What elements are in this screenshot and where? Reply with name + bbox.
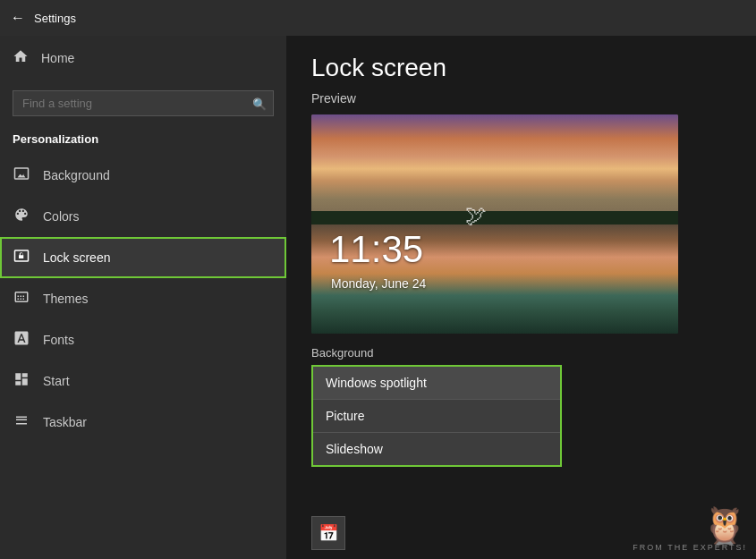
sidebar-item-colors[interactable]: Colors	[0, 196, 286, 237]
main-layout: Home 🔍 Personalization Background Colors	[0, 36, 756, 559]
titlebar-title: Settings	[34, 12, 76, 25]
start-icon	[13, 371, 30, 391]
personalization-label: Personalization	[0, 127, 286, 155]
sidebar-item-fonts[interactable]: Fonts	[0, 319, 286, 360]
preview-label: Preview	[311, 91, 731, 106]
sidebar-item-lock-screen-label: Lock screen	[43, 250, 110, 265]
calendar-icon: 📅	[319, 523, 338, 543]
bottom-area: 📅	[311, 516, 345, 550]
watermark-owl-icon: 🦉	[702, 507, 747, 543]
preview-bird: 🕊	[465, 203, 487, 228]
background-icon	[13, 165, 30, 185]
sidebar-item-taskbar-label: Taskbar	[43, 415, 87, 429]
home-icon	[13, 48, 29, 67]
page-title: Lock screen	[311, 54, 731, 82]
sidebar-item-start[interactable]: Start	[0, 360, 286, 402]
dropdown-option-slideshow[interactable]: Slideshow	[313, 433, 560, 465]
calendar-button[interactable]: 📅	[311, 516, 345, 550]
back-button[interactable]: ←	[11, 10, 25, 26]
taskbar-icon	[13, 412, 30, 432]
sidebar-item-home-label: Home	[41, 51, 74, 65]
search-input[interactable]	[13, 90, 274, 116]
sidebar-item-themes[interactable]: Themes	[0, 278, 286, 319]
sidebar-item-themes-label: Themes	[43, 292, 89, 306]
watermark-text: FROM THE EXPERTS!	[633, 543, 747, 552]
sidebar-item-background-label: Background	[43, 168, 110, 182]
colors-icon	[13, 207, 30, 226]
sidebar-item-taskbar[interactable]: Taskbar	[0, 402, 286, 443]
background-dropdown[interactable]: Windows spotlight Picture Slideshow	[311, 365, 562, 467]
fonts-icon	[13, 330, 30, 350]
sidebar-item-colors-label: Colors	[43, 209, 79, 224]
lock-screen-icon	[13, 248, 30, 267]
sidebar: Home 🔍 Personalization Background Colors	[0, 36, 286, 559]
lock-screen-preview: 🕊 11:35 Monday, June 24	[311, 114, 678, 334]
dropdown-list: Windows spotlight Picture Slideshow	[311, 365, 562, 467]
search-container: 🔍	[13, 90, 274, 116]
themes-icon	[13, 289, 30, 309]
content-area: Lock screen Preview 🕊 11:35 Monday, June…	[286, 36, 756, 559]
sidebar-item-fonts-label: Fonts	[43, 333, 74, 347]
sidebar-item-home[interactable]: Home	[0, 36, 286, 80]
sidebar-item-start-label: Start	[43, 374, 70, 388]
titlebar: ← Settings	[0, 0, 756, 36]
preview-date: Monday, June 24	[331, 276, 426, 291]
preview-time: 11:35	[329, 228, 423, 271]
dropdown-option-windows-spotlight[interactable]: Windows spotlight	[313, 367, 560, 399]
sidebar-item-background[interactable]: Background	[0, 155, 286, 196]
dropdown-option-picture[interactable]: Picture	[313, 400, 560, 432]
search-icon: 🔍	[252, 97, 267, 110]
watermark: 🦉 FROM THE EXPERTS!	[633, 507, 747, 552]
background-section-label: Background	[311, 346, 731, 360]
sidebar-item-lock-screen[interactable]: Lock screen	[0, 237, 286, 278]
